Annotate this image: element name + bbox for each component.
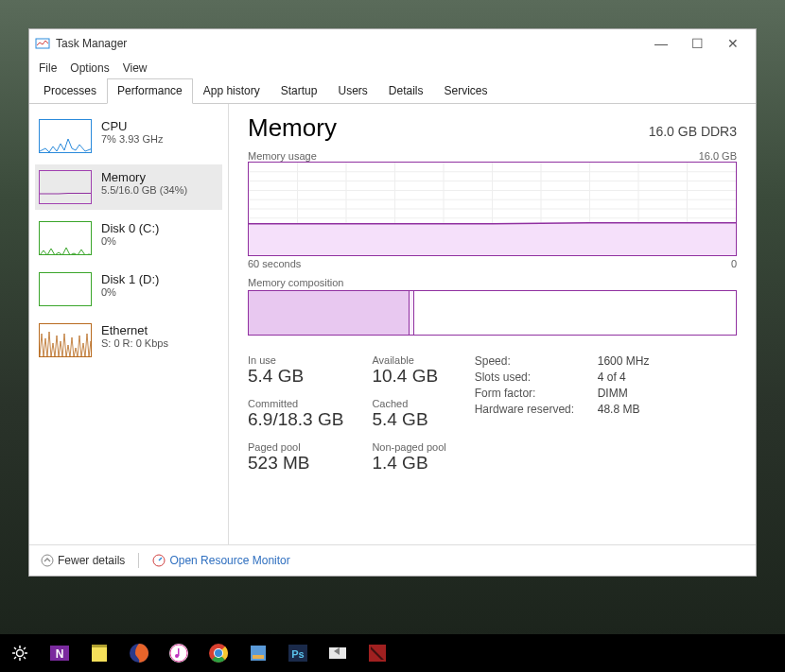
task-manager-window: Task Manager — ☐ ✕ File Options View Pro… [28, 28, 757, 577]
disk0-mini-graph [39, 221, 92, 255]
settings-icon[interactable] [6, 639, 34, 667]
disk1-mini-graph [39, 272, 92, 306]
memory-text: Memory 5.5/16.0 GB (34%) [101, 170, 187, 196]
photoshop-icon[interactable]: Ps [284, 639, 312, 667]
nonpaged-label: Non-paged pool [372, 441, 445, 453]
memory-sub: 5.5/16.0 GB (34%) [101, 184, 187, 196]
chrome-icon[interactable] [204, 639, 233, 667]
svg-line-22 [159, 558, 162, 560]
onenote-icon[interactable]: N [45, 639, 74, 667]
page-title: Memory [248, 113, 337, 143]
open-resource-monitor-link[interactable]: Open Resource Monitor [152, 554, 289, 567]
svg-line-31 [24, 647, 26, 649]
ethernet-mini-graph [39, 323, 92, 357]
tab-processes[interactable]: Processes [33, 78, 107, 103]
ethernet-sub: S: 0 R: 0 Kbps [101, 337, 168, 349]
tab-details[interactable]: Details [378, 78, 434, 103]
taskbar: N Ps [0, 634, 785, 672]
main-header: Memory 16.0 GB DDR3 [248, 113, 737, 143]
detail-form: Form factor:DIMM [475, 387, 650, 400]
app-icon-2[interactable] [323, 639, 352, 667]
minimize-button[interactable]: — [652, 36, 671, 51]
chart-label-left: Memory usage [248, 150, 317, 162]
disk0-sub: 0% [101, 235, 159, 247]
dota-icon[interactable] [363, 639, 392, 667]
memory-title: Memory [101, 170, 187, 184]
app-icon-1[interactable] [244, 639, 272, 667]
sidebar-item-disk0[interactable]: Disk 0 (C:) 0% [35, 215, 222, 261]
svg-line-28 [14, 647, 16, 649]
detail-reserved: Hardware reserved:48.8 MB [475, 403, 650, 416]
paged-label: Paged pool [248, 441, 343, 453]
disk0-text: Disk 0 (C:) 0% [101, 221, 159, 247]
itunes-icon[interactable] [165, 639, 193, 667]
sidebar-item-memory[interactable]: Memory 5.5/16.0 GB (34%) [35, 164, 222, 210]
paged-value: 523 MB [248, 453, 343, 474]
svg-line-29 [24, 657, 26, 659]
xscale-left: 60 seconds [248, 258, 301, 269]
svg-point-45 [215, 649, 222, 657]
window-title: Task Manager [56, 37, 127, 50]
svg-point-20 [42, 555, 53, 566]
svg-point-23 [17, 650, 24, 657]
menu-file[interactable]: File [39, 61, 57, 75]
footer: Fewer details Open Resource Monitor [29, 544, 756, 576]
svg-rect-0 [36, 39, 49, 48]
tab-performance[interactable]: Performance [107, 78, 193, 104]
close-button[interactable]: ✕ [724, 36, 742, 51]
svg-rect-47 [253, 655, 264, 659]
ethernet-title: Ethernet [101, 323, 168, 337]
cached-label: Cached [372, 398, 445, 409]
sidebar-item-disk1[interactable]: Disk 1 (D:) 0% [35, 267, 222, 312]
ethernet-text: Ethernet S: 0 R: 0 Kbps [101, 323, 168, 349]
menu-options[interactable]: Options [70, 61, 109, 75]
fewer-details-button[interactable]: Fewer details [41, 554, 125, 567]
in-use-value: 5.4 GB [248, 366, 343, 387]
detail-speed: Speed:1600 MHz [475, 354, 650, 368]
committed-label: Committed [248, 398, 343, 409]
svg-rect-40 [178, 648, 180, 656]
disk1-sub: 0% [101, 286, 159, 298]
tab-app-history[interactable]: App history [193, 78, 270, 103]
cpu-sub: 7% 3.93 GHz [101, 133, 163, 145]
svg-rect-35 [92, 645, 107, 647]
separator [138, 553, 139, 568]
perf-sidebar: CPU 7% 3.93 GHz Memory 5.5/16.0 GB (34%) [29, 104, 228, 544]
memory-mini-graph [39, 170, 92, 204]
disk1-title: Disk 1 (D:) [101, 272, 159, 286]
memory-usage-chart [248, 162, 737, 256]
xscale-right: 0 [731, 258, 737, 269]
stats-left: In use 5.4 GB Available 10.4 GB Committe… [248, 354, 446, 483]
stats-right: Speed:1600 MHz Slots used:4 of 4 Form fa… [475, 354, 650, 483]
tab-startup[interactable]: Startup [270, 78, 328, 103]
main-panel: Memory 16.0 GB DDR3 Memory usage 16.0 GB [228, 104, 756, 544]
tab-services[interactable]: Services [434, 78, 498, 103]
menu-view[interactable]: View [123, 61, 148, 75]
window-controls: — ☐ ✕ [652, 36, 750, 51]
svg-text:N: N [56, 647, 64, 661]
content-area: CPU 7% 3.93 GHz Memory 5.5/16.0 GB (34%) [29, 104, 756, 544]
notes-icon[interactable] [85, 639, 113, 667]
tab-users[interactable]: Users [327, 78, 377, 103]
sidebar-item-ethernet[interactable]: Ethernet S: 0 R: 0 Kbps [35, 318, 222, 363]
sidebar-item-cpu[interactable]: CPU 7% 3.93 GHz [35, 113, 222, 159]
resource-monitor-icon [152, 554, 166, 567]
svg-line-30 [14, 657, 16, 659]
comp-in-use [249, 291, 410, 335]
menubar: File Options View [29, 58, 756, 78]
firefox-icon[interactable] [125, 639, 153, 667]
composition-bar [248, 290, 737, 336]
chart-label-row: Memory usage 16.0 GB [248, 150, 737, 162]
composition-label: Memory composition [248, 277, 737, 288]
memory-summary: 16.0 GB DDR3 [649, 124, 737, 139]
maximize-button[interactable]: ☐ [688, 36, 706, 51]
in-use-label: In use [248, 354, 343, 366]
available-label: Available [372, 354, 445, 366]
disk1-text: Disk 1 (D:) 0% [101, 272, 159, 298]
chart-label-right: 16.0 GB [699, 150, 737, 162]
comp-standby [414, 291, 736, 335]
tabbar: Processes Performance App history Startu… [29, 78, 756, 104]
task-manager-icon [35, 36, 50, 51]
cpu-mini-graph [39, 119, 92, 153]
svg-text:Ps: Ps [291, 648, 304, 660]
